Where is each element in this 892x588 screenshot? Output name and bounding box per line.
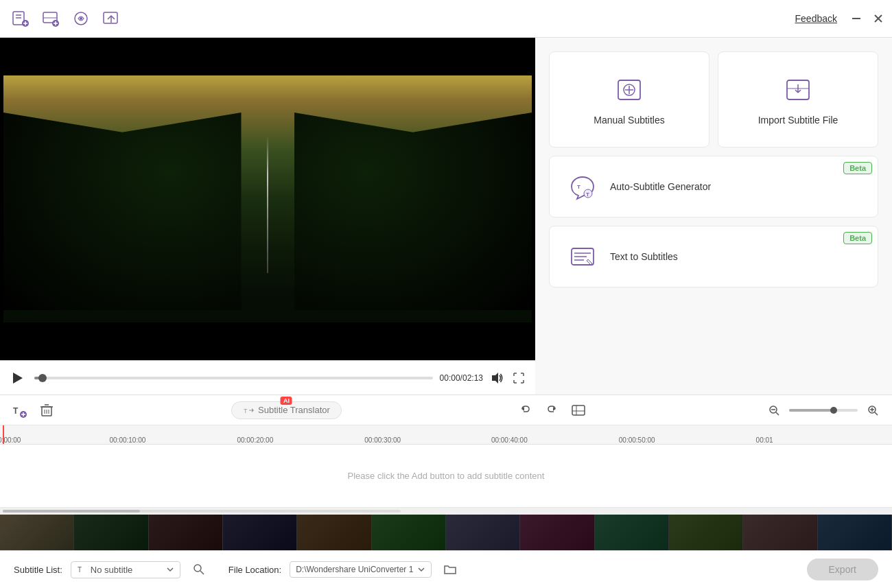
video-player[interactable] [0, 38, 535, 360]
progress-track[interactable] [34, 377, 433, 379]
bottom-area: T AI T Subtitle [0, 395, 892, 588]
subtitle-search-button[interactable] [189, 559, 209, 580]
undo-redo-group [515, 399, 562, 421]
top-cards-row: Manual Subtitles Import Subtitle File [549, 51, 878, 148]
strip-thumb-10 [669, 515, 743, 550]
play-button[interactable] [8, 368, 27, 388]
strip-thumb-2 [74, 515, 148, 550]
zoom-in-button[interactable] [862, 399, 884, 421]
browse-folder-button[interactable] [440, 559, 460, 580]
delete-button[interactable] [36, 399, 58, 421]
bottom-bar: Subtitle List: T No subtitle File Locati… [0, 550, 892, 588]
ruler-mark-2: 00:00:20:00 [237, 436, 273, 444]
scrollbar-thumb[interactable] [3, 510, 140, 513]
svg-marker-18 [492, 373, 498, 384]
text-to-subtitles-label: Text to Subtitles [610, 251, 678, 262]
file-path-dropdown[interactable]: D:\Wondershare UniConverter 1 [290, 561, 432, 578]
svg-rect-13 [104, 12, 117, 23]
feedback-link[interactable]: Feedback [795, 13, 837, 24]
svg-line-56 [875, 412, 878, 415]
import-subtitle-icon [782, 73, 814, 106]
zoom-group [763, 399, 884, 421]
video-background [3, 75, 532, 322]
auto-subtitle-beta-badge: Beta [843, 162, 872, 174]
import-subtitle-label: Import Subtitle File [758, 115, 838, 126]
video-frame [3, 75, 532, 322]
svg-marker-44 [252, 408, 254, 412]
strip-thumb-5 [297, 515, 371, 550]
add-clip-button[interactable] [38, 6, 63, 31]
minimize-button[interactable] [848, 10, 865, 27]
svg-line-52 [776, 412, 779, 415]
import-subtitle-card[interactable]: Import Subtitle File [718, 51, 878, 148]
manual-subtitles-card[interactable]: Manual Subtitles [549, 51, 709, 148]
play-icon [13, 373, 23, 384]
volume-button[interactable] [490, 371, 504, 385]
ai-badge: AI [281, 397, 292, 405]
manual-subtitles-label: Manual Subtitles [594, 115, 665, 126]
svg-text:T: T [244, 408, 248, 414]
scrollbar-track[interactable] [3, 510, 401, 513]
ruler-mark-4: 00:00:40:00 [491, 436, 528, 444]
fullscreen-button[interactable] [510, 370, 527, 386]
add-text-button[interactable]: T [8, 399, 30, 421]
no-subtitle-option: No subtitle [91, 565, 132, 575]
strip-thumb-9 [595, 515, 669, 550]
svg-point-12 [80, 17, 82, 20]
subtitle-settings-button[interactable] [567, 399, 589, 421]
video-strip [0, 515, 892, 550]
strip-thumb-1 [0, 515, 74, 550]
ruler-mark-5: 00:00:50:00 [619, 436, 655, 444]
svg-text:T: T [13, 406, 19, 416]
zoom-thumb [830, 407, 837, 414]
strip-thumb-12 [818, 515, 892, 550]
strip-thumb-6 [372, 515, 446, 550]
subtitle-list-label: Subtitle List: [14, 565, 62, 575]
zoom-out-button[interactable] [763, 399, 785, 421]
strip-thumb-4 [223, 515, 297, 550]
main-content: 00:00/02:13 [0, 38, 892, 395]
undo-button[interactable] [515, 399, 537, 421]
redo-button[interactable] [540, 399, 562, 421]
progress-thumb [38, 374, 47, 382]
file-path-value: D:\Wondershare UniConverter 1 [296, 565, 413, 574]
auto-subtitle-card[interactable]: T T Auto-Subtitle Generator Beta [549, 156, 878, 217]
export-button[interactable]: Export [807, 558, 878, 580]
text-to-subtitles-beta-badge: Beta [843, 232, 872, 244]
video-section: 00:00/02:13 [0, 38, 535, 395]
zoom-slider[interactable] [789, 409, 858, 412]
close-button[interactable] [870, 10, 887, 27]
manual-subtitles-icon [613, 73, 646, 106]
scrollbar-area [0, 508, 892, 515]
svg-point-58 [194, 565, 201, 572]
subtitle-panel: Manual Subtitles Import Subtitle File [535, 38, 892, 395]
text-to-subtitles-card[interactable]: Text to Subtitles Beta [549, 226, 878, 287]
ruler-mark-3: 00:00:30:00 [364, 436, 401, 444]
svg-line-59 [200, 571, 204, 574]
video-trees-right [294, 113, 532, 310]
subtitle-list-dropdown[interactable]: T No subtitle [71, 561, 180, 578]
strip-thumb-7 [446, 515, 520, 550]
ruler-mark-0: 00:00:00:00 [0, 436, 21, 444]
time-display: 00:00/02:13 [440, 373, 483, 383]
timeline-ruler: 00:00:00:00 00:00:10:00 00:00:20:00 00:0… [0, 425, 892, 445]
top-toolbar: Feedback [0, 0, 892, 38]
video-trees-left [3, 113, 242, 310]
export-toolbar-button[interactable] [99, 6, 124, 31]
timeline-content: Please click the Add button to add subti… [0, 445, 892, 508]
strip-thumb-8 [520, 515, 594, 550]
file-location-label: File Location: [228, 565, 281, 575]
svg-rect-47 [572, 405, 585, 415]
player-controls: 00:00/02:13 [0, 360, 535, 395]
timeline-placeholder: Please click the Add button to add subti… [348, 471, 545, 481]
subtitle-translator-button[interactable]: AI T Subtitle Translator [231, 401, 342, 419]
subtitle-toolbar: T AI T Subtitle [0, 395, 892, 425]
edit-button[interactable] [69, 6, 93, 31]
auto-subtitle-icon: T T [566, 170, 599, 203]
ruler-mark-6: 00:01 [756, 436, 773, 444]
svg-text:T: T [586, 191, 589, 198]
svg-rect-15 [852, 18, 860, 19]
timeline-area: 00:00:00:00 00:00:10:00 00:00:20:00 00:0… [0, 425, 892, 508]
new-project-button[interactable] [8, 6, 33, 31]
strip-thumb-11 [743, 515, 817, 550]
